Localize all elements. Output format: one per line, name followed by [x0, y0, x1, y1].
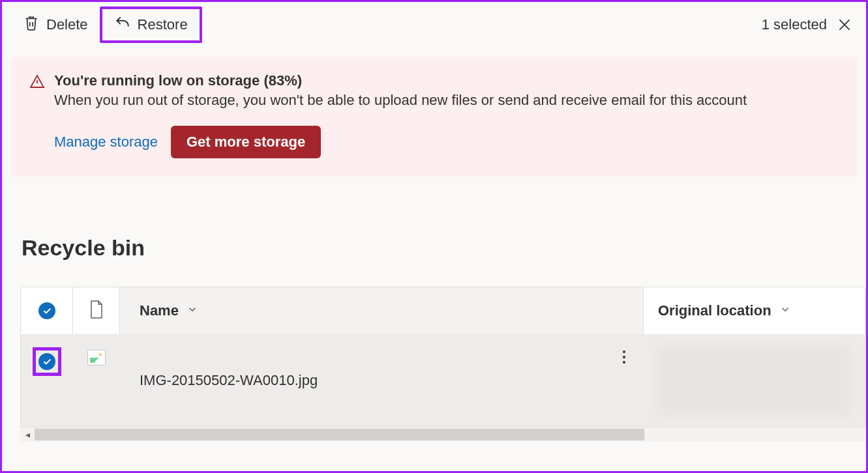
toolbar: Delete Restore 1 selected — [2, 2, 866, 48]
column-header-original-location[interactable]: Original location — [644, 287, 865, 334]
scroll-thumb[interactable] — [35, 429, 644, 440]
restore-highlight: Restore — [100, 7, 202, 43]
select-all-header[interactable] — [21, 287, 73, 334]
file-type-header — [73, 287, 120, 334]
row-checkbox-cell[interactable] — [21, 334, 73, 427]
restore-label: Restore — [138, 16, 188, 33]
selection-count: 1 selected — [762, 16, 827, 33]
check-circle-icon — [38, 353, 55, 370]
svg-point-0 — [623, 351, 625, 353]
redacted-location — [655, 345, 851, 416]
column-name-label: Name — [140, 302, 179, 319]
row-filetype-cell — [73, 334, 120, 427]
restore-button[interactable]: Restore — [106, 10, 196, 39]
recycle-bin-table: Name Original location IMG-20150502-WA00… — [20, 287, 866, 427]
table-header-row: Name Original location — [21, 287, 865, 334]
storage-warning-banner: You're running low on storage (83%) When… — [11, 57, 857, 177]
check-circle-icon — [38, 302, 55, 319]
trash-icon — [23, 14, 40, 35]
row-original-location — [644, 334, 865, 427]
kebab-icon — [622, 350, 626, 367]
close-selection-button[interactable] — [836, 16, 853, 33]
get-more-storage-button[interactable]: Get more storage — [171, 126, 321, 158]
delete-label: Delete — [46, 16, 88, 33]
undo-icon — [114, 14, 131, 35]
chevron-down-icon — [187, 302, 198, 319]
column-header-name[interactable]: Name — [120, 287, 644, 334]
image-icon — [87, 350, 106, 366]
banner-body: When you run out of storage, you won't b… — [54, 92, 747, 109]
chevron-down-icon — [779, 302, 791, 319]
row-filename: IMG-20150502-WA0010.jpg — [120, 334, 605, 427]
column-location-label: Original location — [658, 302, 771, 319]
row-more-actions[interactable] — [605, 334, 644, 427]
table-row[interactable]: IMG-20150502-WA0010.jpg — [21, 334, 865, 427]
banner-title: You're running low on storage (83%) — [54, 72, 747, 89]
delete-button[interactable]: Delete — [15, 10, 96, 39]
warning-icon — [29, 74, 45, 89]
svg-point-2 — [623, 361, 625, 364]
row-checkbox-highlight — [33, 347, 61, 376]
svg-point-1 — [623, 356, 625, 358]
manage-storage-link[interactable]: Manage storage — [54, 134, 158, 150]
horizontal-scrollbar[interactable]: ◂ — [20, 427, 866, 442]
page-title: Recycle bin — [22, 235, 866, 261]
scroll-left-arrow[interactable]: ◂ — [20, 427, 35, 442]
file-icon — [89, 300, 104, 322]
